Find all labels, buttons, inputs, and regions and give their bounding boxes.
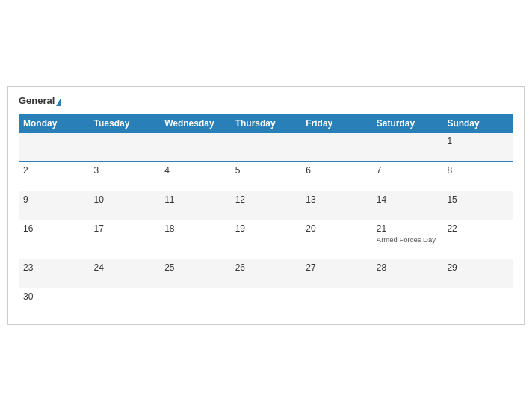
calendar-cell: 11	[160, 191, 231, 220]
calendar-cell: 26	[231, 259, 302, 288]
calendar-cell: 17	[90, 220, 161, 259]
day-number: 25	[164, 262, 226, 273]
calendar-cell: 27	[301, 259, 372, 288]
calendar-cell	[160, 132, 231, 161]
day-number: 23	[23, 262, 85, 273]
calendar-cell	[160, 288, 231, 317]
day-number: 29	[447, 262, 509, 273]
calendar-week-row: 9101112131415	[19, 191, 513, 220]
logo-top-text: General	[19, 96, 61, 106]
calendar-cell: 25	[160, 259, 231, 288]
day-number: 6	[306, 165, 368, 176]
calendar-cell: 2	[19, 161, 90, 191]
day-number: 8	[447, 165, 509, 176]
day-number: 14	[377, 194, 439, 205]
calendar-cell	[90, 288, 161, 317]
weekday-header-thursday: Thursday	[231, 114, 302, 133]
day-number: 11	[164, 194, 226, 205]
calendar-week-row: 2345678	[19, 161, 513, 191]
day-number: 27	[306, 262, 368, 273]
day-number: 4	[164, 165, 226, 176]
calendar-cell	[372, 132, 443, 161]
calendar-cell: 28	[372, 259, 443, 288]
calendar-cell	[442, 288, 513, 317]
calendar-cell: 19	[231, 220, 302, 259]
weekday-header-wednesday: Wednesday	[160, 114, 231, 133]
calendar-week-row: 30	[19, 288, 513, 317]
day-number: 13	[306, 194, 368, 205]
weekday-header-tuesday: Tuesday	[90, 114, 161, 133]
calendar-cell	[301, 288, 372, 317]
day-number: 15	[447, 194, 509, 205]
calendar-cell	[90, 132, 161, 161]
day-number: 18	[164, 223, 226, 234]
day-number: 10	[94, 194, 156, 205]
day-number: 7	[377, 165, 439, 176]
calendar-cell	[19, 132, 90, 161]
calendar-cell: 14	[372, 191, 443, 220]
day-number: 2	[23, 165, 85, 176]
calendar-cell: 20	[301, 220, 372, 259]
calendar-header-row: MondayTuesdayWednesdayThursdayFridaySatu…	[19, 114, 513, 133]
calendar-cell: 6	[301, 161, 372, 191]
calendar-cell: 7	[372, 161, 443, 191]
day-number: 21	[377, 223, 439, 234]
day-number: 17	[94, 223, 156, 234]
calendar-cell	[231, 132, 302, 161]
calendar-week-row: 1	[19, 132, 513, 161]
calendar-cell: 30	[19, 288, 90, 317]
calendar-cell: 9	[19, 191, 90, 220]
day-number: 26	[235, 262, 297, 273]
day-number: 24	[94, 262, 156, 273]
calendar-cell: 13	[301, 191, 372, 220]
calendar-cell	[301, 132, 372, 161]
weekday-header-monday: Monday	[19, 114, 90, 133]
weekday-header-row: MondayTuesdayWednesdayThursdayFridaySatu…	[19, 114, 513, 133]
calendar-table: MondayTuesdayWednesdayThursdayFridaySatu…	[19, 114, 513, 317]
day-number: 19	[235, 223, 297, 234]
weekday-header-saturday: Saturday	[372, 114, 443, 133]
day-number: 20	[306, 223, 368, 234]
day-number: 9	[23, 194, 85, 205]
day-number: 16	[23, 223, 85, 234]
calendar-cell: 12	[231, 191, 302, 220]
day-number: 12	[235, 194, 297, 205]
calendar-week-row: 23242526272829	[19, 259, 513, 288]
calendar-cell: 18	[160, 220, 231, 259]
day-number: 22	[447, 223, 509, 234]
calendar-cell	[231, 288, 302, 317]
day-number: 1	[447, 136, 509, 146]
weekday-header-sunday: Sunday	[442, 114, 513, 133]
calendar-cell: 29	[442, 259, 513, 288]
calendar-cell: 5	[231, 161, 302, 191]
logo: General	[19, 96, 61, 106]
calendar-cell: 24	[90, 259, 161, 288]
calendar-week-row: 161718192021Armed Forces Day22	[19, 220, 513, 259]
calendar-cell: 10	[90, 191, 161, 220]
weekday-header-friday: Friday	[301, 114, 372, 133]
day-number: 30	[23, 291, 85, 302]
calendar-cell: 22	[442, 220, 513, 259]
calendar: General MondayTuesdayWednesdayThursdayFr…	[7, 86, 525, 324]
calendar-body: 123456789101112131415161718192021Armed F…	[19, 132, 513, 317]
day-number: 3	[94, 165, 156, 176]
calendar-cell: 16	[19, 220, 90, 259]
calendar-cell: 4	[160, 161, 231, 191]
calendar-header: General	[19, 96, 513, 106]
calendar-cell: 23	[19, 259, 90, 288]
calendar-cell	[372, 288, 443, 317]
day-number: 28	[377, 262, 439, 273]
calendar-cell: 15	[442, 191, 513, 220]
calendar-cell: 1	[442, 132, 513, 161]
event-label: Armed Forces Day	[377, 235, 439, 244]
calendar-cell: 21Armed Forces Day	[372, 220, 443, 259]
calendar-cell: 8	[442, 161, 513, 191]
calendar-cell: 3	[90, 161, 161, 191]
day-number: 5	[235, 165, 297, 176]
